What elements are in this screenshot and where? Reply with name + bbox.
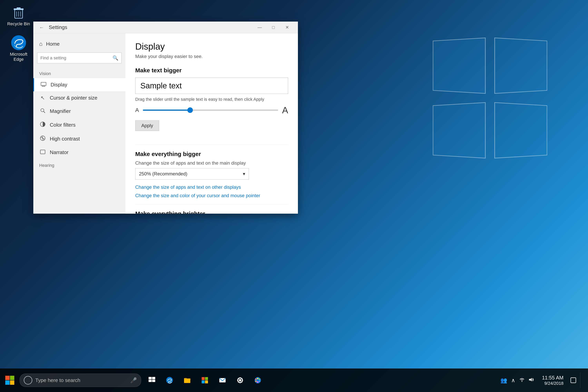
svg-rect-18 — [40, 150, 45, 154]
task-view-button[interactable] — [144, 372, 160, 388]
hearing-section-label: Hearing — [33, 159, 126, 170]
back-icon: ← — [39, 25, 44, 30]
text-size-slider-row: A A — [135, 105, 288, 116]
mail-button[interactable] — [214, 372, 230, 388]
settings-window: ← Settings — □ ✕ ⌂ Ho — [33, 22, 298, 214]
taskbar-search[interactable]: Type here to search 🎤 — [20, 374, 141, 387]
section-text-bigger-title: Make text bigger — [135, 67, 288, 74]
edge-taskbar-button[interactable] — [162, 372, 178, 388]
narrator-label: Narrator — [50, 149, 68, 156]
page-subtitle: Make your display easier to see. — [135, 54, 288, 59]
sidebar-item-magnifier[interactable]: Magnifier — [33, 104, 126, 118]
svg-point-34 — [239, 379, 241, 382]
recycle-bin-icon[interactable]: Recycle Bin — [3, 3, 34, 28]
taskbar: Type here to search 🎤 — [0, 368, 588, 392]
chevron-up-icon[interactable]: ∧ — [511, 377, 515, 384]
narrator-icon — [39, 149, 46, 156]
people-icon[interactable]: 👥 — [500, 377, 507, 384]
sidebar-item-high-contrast[interactable]: High contrast — [33, 132, 126, 146]
sidebar-search[interactable]: 🔍 — [37, 52, 122, 63]
svg-rect-32 — [205, 380, 208, 384]
file-explorer-button[interactable] — [179, 372, 195, 388]
store-button[interactable] — [197, 372, 213, 388]
high-contrast-icon — [39, 136, 46, 142]
svg-rect-26 — [152, 380, 155, 382]
search-placeholder: Type here to search — [35, 377, 130, 384]
taskbar-apps — [143, 372, 496, 388]
desktop: Recycle Bin Microsoft Edge ← Settings — — [0, 0, 588, 392]
maximize-button[interactable]: □ — [266, 22, 280, 33]
svg-rect-7 — [41, 82, 46, 86]
show-desktop-button[interactable] — [580, 372, 586, 388]
window-body: ⌂ Home 🔍 Vision — [33, 33, 298, 214]
minimize-button[interactable]: — — [253, 22, 266, 33]
vision-section-label: Vision — [33, 67, 126, 78]
window-title: Settings — [49, 24, 67, 30]
maximize-icon: □ — [272, 25, 274, 30]
minimize-icon: — — [258, 25, 262, 30]
svg-rect-23 — [148, 377, 152, 379]
color-filters-icon — [39, 122, 46, 128]
svg-point-50 — [255, 380, 257, 382]
svg-rect-29 — [202, 377, 204, 380]
paint-button[interactable] — [250, 372, 266, 388]
slider-small-a: A — [135, 107, 139, 113]
sidebar-item-narrator[interactable]: Narrator — [33, 146, 126, 159]
svg-point-38 — [237, 380, 238, 381]
windows-logo-decoration — [431, 39, 549, 157]
home-label: Home — [46, 41, 60, 47]
taskbar-clock[interactable]: 11:55 AM 9/24/2018 — [538, 375, 568, 386]
cursor-label: Cursor & pointer size — [50, 95, 98, 101]
slider-thumb[interactable] — [188, 108, 193, 113]
display-icon — [40, 82, 47, 88]
color-filters-label: Color filters — [50, 122, 76, 128]
sidebar-home[interactable]: ⌂ Home — [33, 37, 126, 50]
find-setting-input[interactable] — [40, 56, 112, 60]
svg-rect-24 — [152, 377, 155, 379]
slider-large-a: A — [282, 105, 288, 116]
apply-button[interactable]: Apply — [135, 120, 159, 131]
back-button[interactable]: ← — [37, 23, 46, 32]
text-size-slider[interactable] — [143, 110, 278, 111]
svg-marker-51 — [529, 378, 532, 382]
dropdown-value: 250% (Recommended) — [139, 171, 188, 176]
section-brighter-title: Make everything brighter — [135, 210, 288, 214]
slider-instruction: Drag the slider until the sample text is… — [135, 97, 288, 102]
home-icon: ⌂ — [39, 41, 42, 47]
search-icon[interactable]: 🔍 — [112, 55, 118, 61]
sidebar-item-cursor[interactable]: ↖ Cursor & pointer size — [33, 91, 126, 104]
recycle-bin-label: Recycle Bin — [7, 21, 30, 26]
sys-icons: 👥 ∧ — [496, 377, 538, 384]
svg-point-48 — [259, 380, 260, 382]
network-icon[interactable] — [519, 377, 525, 384]
close-button[interactable]: ✕ — [280, 22, 294, 33]
edge-icon-image — [11, 35, 26, 50]
settings-button[interactable] — [232, 372, 248, 388]
window-controls: — □ ✕ — [253, 22, 294, 33]
svg-point-36 — [240, 377, 241, 378]
start-button[interactable] — [2, 372, 18, 388]
high-contrast-label: High contrast — [50, 136, 80, 142]
svg-rect-21 — [5, 380, 10, 385]
svg-rect-31 — [202, 380, 204, 384]
svg-point-47 — [259, 378, 260, 380]
sample-text: Sample text — [140, 81, 182, 90]
svg-point-37 — [240, 382, 241, 383]
edge-desktop-icon[interactable]: Microsoft Edge — [3, 33, 34, 64]
cortana-circle — [24, 376, 32, 384]
slider-fill — [143, 110, 190, 111]
svg-point-39 — [242, 380, 243, 381]
svg-point-46 — [257, 378, 258, 379]
volume-icon[interactable] — [528, 377, 534, 384]
svg-point-27 — [166, 377, 173, 384]
sidebar-item-color-filters[interactable]: Color filters — [33, 118, 126, 132]
display-scale-dropdown[interactable]: 250% (Recommended) ▾ — [135, 168, 249, 180]
other-displays-link[interactable]: Change the size of apps and text on othe… — [135, 184, 288, 190]
clock-date: 9/24/2018 — [544, 381, 564, 386]
svg-rect-25 — [148, 380, 152, 382]
svg-point-40 — [238, 378, 239, 379]
sidebar-item-display[interactable]: Display — [33, 78, 126, 91]
magnifier-label: Magnifier — [50, 108, 71, 114]
notification-center-button[interactable] — [568, 372, 579, 388]
cursor-link[interactable]: Change the size and color of your cursor… — [135, 193, 288, 198]
